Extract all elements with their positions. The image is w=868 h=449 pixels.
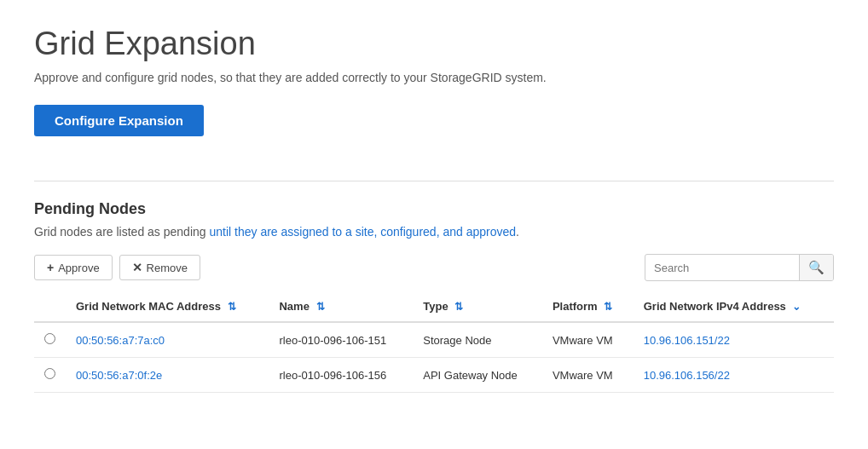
remove-label: Remove — [147, 262, 188, 274]
table-toolbar: + Approve ✕ Remove 🔍 — [34, 254, 834, 281]
pending-nodes-table: Grid Network MAC Address ⇅ Name ⇅ Type ⇅… — [34, 291, 834, 393]
cell-type-0: Storage Node — [413, 322, 542, 358]
times-icon: ✕ — [132, 261, 142, 274]
table-row: 00:50:56:a7:7a:c0 rleo-010-096-106-151 S… — [34, 322, 834, 358]
mac-link-0[interactable]: 00:50:56:a7:7a:c0 — [76, 334, 165, 347]
col-type: Type ⇅ — [413, 291, 542, 322]
pending-nodes-description: Grid nodes are listed as pending until t… — [34, 225, 834, 239]
cell-mac-1: 00:50:56:a7:0f:2e — [66, 358, 269, 393]
approve-button[interactable]: + Approve — [34, 255, 113, 280]
pending-desc-link[interactable]: until they are assigned to a site, confi… — [209, 225, 516, 239]
sort-icon-name[interactable]: ⇅ — [316, 301, 325, 313]
cell-ipv4-0: 10.96.106.151/22 — [634, 322, 834, 358]
cell-mac-0: 00:50:56:a7:7a:c0 — [66, 322, 269, 358]
mac-link-1[interactable]: 00:50:56:a7:0f:2e — [76, 369, 162, 382]
sort-icon-type[interactable]: ⇅ — [454, 301, 463, 313]
sort-icon-platform[interactable]: ⇅ — [604, 301, 612, 313]
cell-platform-0: VMware VM — [542, 322, 634, 358]
ipv4-link-1[interactable]: 10.96.106.156/22 — [644, 369, 730, 382]
pending-nodes-title: Pending Nodes — [34, 200, 834, 218]
search-button[interactable]: 🔍 — [799, 255, 833, 280]
sort-icon-ipv4[interactable]: ⌄ — [792, 301, 801, 313]
radio-select-0[interactable] — [44, 333, 55, 344]
col-name: Name ⇅ — [269, 291, 413, 322]
row-select-1[interactable] — [34, 358, 66, 393]
table-row: 00:50:56:a7:0f:2e rleo-010-096-106-156 A… — [34, 358, 834, 393]
row-select-0[interactable] — [34, 322, 66, 358]
approve-label: Approve — [58, 262, 99, 274]
ipv4-link-0[interactable]: 10.96.106.151/22 — [644, 334, 730, 347]
table-header-row: Grid Network MAC Address ⇅ Name ⇅ Type ⇅… — [34, 291, 834, 322]
configure-expansion-button[interactable]: Configure Expansion — [34, 105, 204, 136]
cell-platform-1: VMware VM — [542, 358, 634, 393]
cell-ipv4-1: 10.96.106.156/22 — [634, 358, 834, 393]
col-mac-address: Grid Network MAC Address ⇅ — [66, 291, 269, 322]
search-icon: 🔍 — [808, 260, 825, 274]
sort-icon-mac[interactable]: ⇅ — [228, 301, 236, 313]
page-container: Grid Expansion Approve and configure gri… — [0, 0, 868, 418]
remove-button[interactable]: ✕ Remove — [119, 255, 200, 280]
page-title: Grid Expansion — [34, 26, 834, 62]
cell-name-0: rleo-010-096-106-151 — [269, 322, 413, 358]
page-subtitle: Approve and configure grid nodes, so tha… — [34, 71, 834, 84]
plus-icon: + — [47, 261, 54, 274]
cell-type-1: API Gateway Node — [413, 358, 542, 393]
select-column-header — [34, 291, 66, 322]
col-ipv4: Grid Network IPv4 Address ⌄ — [634, 291, 834, 322]
search-input[interactable] — [645, 256, 799, 279]
toolbar-left: + Approve ✕ Remove — [34, 255, 200, 280]
section-divider — [34, 181, 834, 181]
search-box: 🔍 — [645, 254, 834, 281]
radio-select-1[interactable] — [44, 368, 55, 379]
cell-name-1: rleo-010-096-106-156 — [269, 358, 413, 393]
col-platform: Platform ⇅ — [542, 291, 634, 322]
